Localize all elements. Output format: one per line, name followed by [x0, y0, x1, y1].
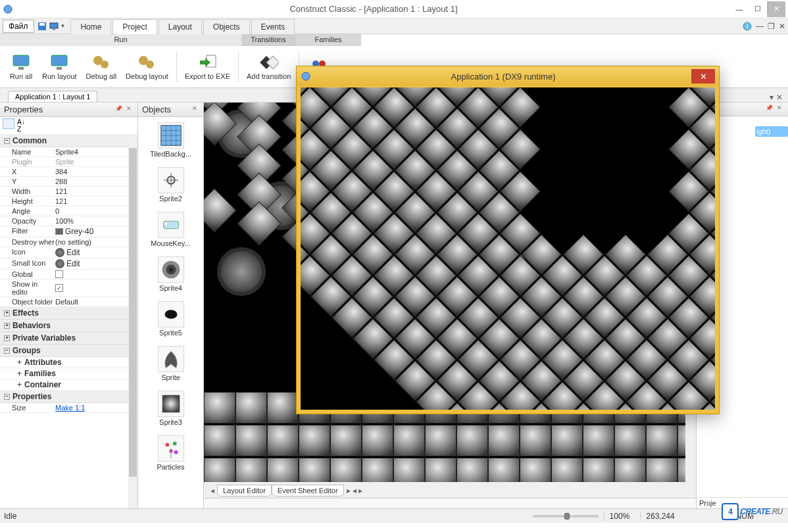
canvas-tile[interactable]	[299, 458, 330, 482]
runtime-titlebar[interactable]: Application 1 (DX9 runtime) ✕	[297, 66, 719, 86]
canvas-tile[interactable]	[235, 392, 267, 423]
canvas-tile[interactable]	[299, 425, 330, 456]
canvas-tile[interactable]	[583, 458, 614, 482]
layout-editor-tab[interactable]: Layout Editor	[217, 485, 272, 496]
canvas-tile[interactable]	[267, 425, 299, 456]
canvas-tile[interactable]	[235, 458, 267, 482]
tab-nav-left-icon[interactable]: ◂	[208, 486, 217, 495]
global-checkbox[interactable]	[55, 270, 63, 278]
canvas-tile[interactable]	[393, 425, 425, 456]
canvas-tile[interactable]	[204, 392, 235, 423]
canvas-tile[interactable]	[330, 458, 362, 482]
run-all-button[interactable]: Run all	[5, 49, 37, 85]
canvas-tile[interactable]	[646, 425, 677, 456]
export-exe-button[interactable]: Export to EXE	[181, 49, 234, 85]
run-layout-button[interactable]: Run layout	[38, 49, 81, 85]
canvas-tile[interactable]	[583, 425, 614, 456]
close-button[interactable]: ✕	[767, 1, 785, 17]
object-item[interactable]: Particles	[138, 433, 203, 477]
zoom-slider[interactable]	[533, 515, 599, 518]
canvas-sprite[interactable]	[217, 247, 266, 296]
canvas-tile[interactable]	[488, 425, 520, 456]
canvas-tile[interactable]	[204, 188, 237, 233]
tab-nav-right-icon[interactable]: ▸ ◂ ▸	[344, 486, 366, 495]
prop-name-value[interactable]: Sprite4	[55, 148, 137, 156]
runtime-close-button[interactable]: ✕	[691, 69, 715, 84]
canvas-tile[interactable]	[677, 425, 685, 456]
close-icon[interactable]: ✕	[124, 105, 134, 114]
showeditor-checkbox[interactable]: ✓	[55, 284, 63, 292]
collapse-icon[interactable]: −	[4, 138, 10, 144]
tab-events[interactable]: Events	[251, 19, 295, 34]
properties-scrollbar[interactable]	[128, 135, 137, 508]
canvas-tile[interactable]	[614, 458, 646, 482]
maximize-button[interactable]: ☐	[749, 1, 767, 17]
document-tab[interactable]: Application 1 : Layout 1	[8, 91, 97, 102]
prop-size-link[interactable]: Make 1:1	[55, 404, 137, 412]
canvas-tile[interactable]	[677, 458, 685, 482]
object-item[interactable]: Sprite2	[138, 164, 203, 209]
canvas-tile[interactable]	[362, 458, 393, 482]
canvas-tile[interactable]	[393, 458, 425, 482]
canvas-tile[interactable]	[330, 425, 362, 456]
canvas-tile[interactable]	[614, 425, 646, 456]
object-item[interactable]: Sprite5	[138, 299, 203, 343]
tab-home[interactable]: Home	[70, 19, 111, 34]
prop-height-value[interactable]: 121	[55, 197, 137, 205]
runtime-window[interactable]: Application 1 (DX9 runtime) ✕	[296, 66, 720, 414]
monitor-icon[interactable]	[49, 21, 59, 32]
canvas-tile[interactable]	[520, 425, 551, 456]
expand-icon[interactable]: +	[4, 310, 10, 316]
canvas-tile[interactable]	[267, 458, 299, 482]
pin-icon[interactable]: 📌	[764, 105, 774, 114]
canvas-tile[interactable]	[362, 425, 393, 456]
object-item[interactable]: TiledBackg...	[138, 120, 203, 164]
collapse-icon[interactable]: −	[4, 394, 10, 400]
prop-folder-value[interactable]: Default	[55, 298, 137, 306]
canvas-tile[interactable]	[551, 425, 583, 456]
expand-icon[interactable]: +	[4, 335, 10, 341]
prop-angle-value[interactable]: 0	[55, 207, 137, 215]
dropdown-icon[interactable]: ▼	[61, 23, 66, 29]
tab-objects[interactable]: Objects	[203, 19, 250, 34]
categorize-icon[interactable]	[3, 118, 14, 129]
prop-opacity-value[interactable]: 100%	[55, 217, 137, 225]
minimize-button[interactable]: —	[730, 1, 749, 17]
object-item[interactable]: Sprite	[138, 343, 203, 388]
add-transition-button[interactable]: Add transition	[243, 49, 295, 85]
canvas-tile[interactable]	[551, 458, 583, 482]
prop-destroy-value[interactable]: (no setting)	[55, 238, 137, 246]
expand-icon[interactable]: +	[17, 369, 22, 378]
expand-icon[interactable]: +	[4, 323, 10, 329]
prop-filter-value[interactable]: Grey-40	[55, 227, 137, 236]
object-item[interactable]: MouseKey...	[138, 209, 203, 254]
canvas-tile[interactable]	[235, 425, 267, 456]
event-sheet-editor-tab[interactable]: Event Sheet Editor	[272, 485, 344, 496]
tab-project[interactable]: Project	[112, 19, 157, 34]
canvas-tile[interactable]	[456, 458, 488, 482]
help-icon[interactable]: i	[743, 22, 752, 31]
object-item[interactable]: Sprite3	[138, 388, 203, 433]
canvas-tile[interactable]	[267, 392, 299, 423]
debug-layout-button[interactable]: Debug layout	[122, 49, 172, 85]
expand-icon[interactable]: +	[17, 358, 22, 367]
dropdown-icon[interactable]: ▾	[770, 93, 774, 102]
prop-icon-value[interactable]: Edit	[55, 248, 137, 257]
expand-icon[interactable]: +	[17, 380, 22, 389]
mdi-close-icon[interactable]: ✕	[779, 22, 785, 31]
prop-x-value[interactable]: 384	[55, 168, 137, 176]
prop-smallicon-value[interactable]: Edit	[55, 259, 137, 268]
sort-az-icon[interactable]: A↓Z	[17, 118, 25, 133]
pin-icon[interactable]: 📌	[114, 105, 123, 114]
canvas-tile[interactable]	[425, 425, 456, 456]
close-icon[interactable]: ✕	[775, 105, 784, 114]
close-tab-icon[interactable]: ✕	[776, 93, 783, 102]
tab-layout[interactable]: Layout	[159, 19, 202, 34]
prop-y-value[interactable]: 288	[55, 178, 137, 185]
canvas-tile[interactable]	[456, 425, 488, 456]
canvas-tile[interactable]	[646, 458, 677, 482]
debug-all-button[interactable]: Debug all	[82, 49, 120, 85]
canvas-tile[interactable]	[425, 458, 456, 482]
canvas-tile[interactable]	[488, 458, 520, 482]
canvas-tile[interactable]	[204, 425, 235, 456]
